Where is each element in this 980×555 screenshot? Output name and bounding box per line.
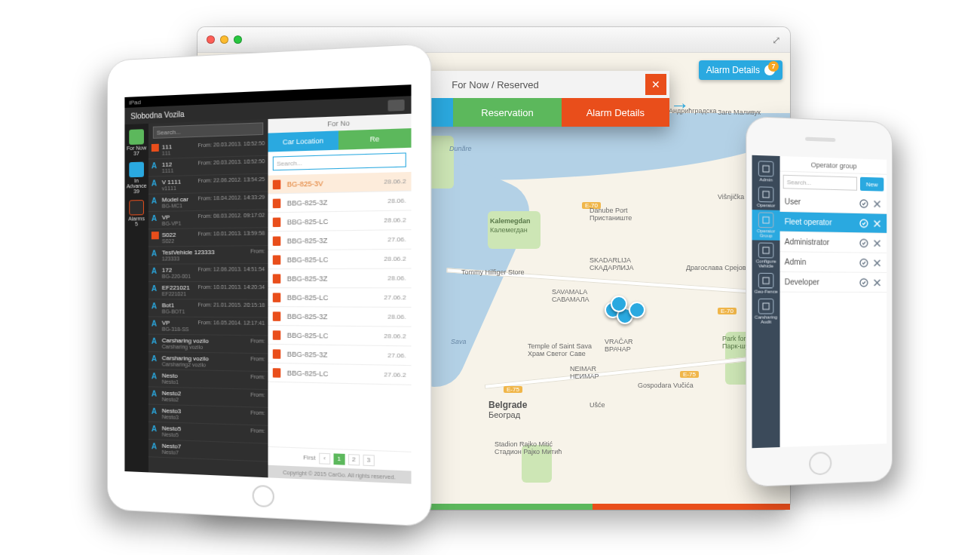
home-button[interactable] (253, 485, 274, 507)
delete-icon[interactable] (872, 277, 883, 287)
operator-group-row[interactable]: Developer (780, 272, 887, 293)
panel-tab-reservation[interactable]: Re (338, 128, 412, 150)
plate-row[interactable]: BBG-825-LC28.06.2 (268, 326, 412, 346)
home-button[interactable] (809, 452, 831, 476)
vehicle-date: From: 10.01.2013. 13:59:58 (198, 230, 265, 236)
plate-row[interactable]: BBG-825-3Z27.06. (268, 230, 412, 250)
car-icon (273, 274, 280, 283)
edit-icon[interactable] (859, 218, 869, 228)
car-icon (273, 368, 280, 378)
map-label: Заге Маливук (718, 109, 761, 116)
map-pin[interactable] (611, 296, 627, 312)
plate-row[interactable]: BBG-825-3Z28.06. (268, 192, 412, 213)
map-label: Пристаниште (590, 214, 632, 222)
delete-icon[interactable] (872, 257, 883, 268)
vehicle-sub: S022 (162, 238, 176, 244)
plate-text: BBG-825-3Z (287, 236, 328, 244)
sidenav-for-now[interactable]: For Now 37 (124, 127, 148, 158)
vehicle-date: From: (250, 409, 265, 415)
operator-group-row[interactable]: Fleet operator (780, 212, 887, 234)
panel-search-input[interactable]: Search... (273, 152, 406, 170)
operator-group-row[interactable]: Admin (780, 252, 887, 273)
pager-first[interactable]: First (303, 454, 316, 461)
vehicle-row[interactable]: AModel carBG-MC1From: 18.04.2012. 14:33:… (149, 192, 268, 212)
pager-prev[interactable]: ‹ (319, 452, 330, 464)
plate-row[interactable]: BBG-825-LC28.06.2 (268, 250, 412, 269)
available-icon: A (152, 197, 159, 204)
modal-close-button[interactable]: ✕ (645, 74, 666, 95)
available-icon: A (152, 214, 159, 222)
edit-icon[interactable] (859, 277, 869, 287)
sidenav-in-advance[interactable]: In Advance 39 (124, 159, 148, 196)
phone-nav-item[interactable]: Geo-Fence (752, 271, 780, 296)
vehicle-name: 111 (162, 143, 172, 151)
vehicle-name: VP (162, 214, 170, 221)
edit-icon[interactable] (859, 198, 869, 208)
vehicle-row[interactable]: A172BG-220-001From: 12.06.2013. 14:51:54 (149, 264, 268, 282)
car-icon (273, 293, 280, 302)
phone-nav-item[interactable]: Carsharing Audit (752, 296, 780, 327)
plate-row[interactable]: BG-825-3V28.06.2 (268, 172, 412, 195)
pager-page[interactable]: 2 (348, 454, 360, 465)
expand-icon[interactable]: ⤢ (772, 34, 781, 46)
vehicle-row[interactable]: AV 1111v1111From: 22.06.2012. 13:54:25 (149, 174, 268, 195)
plate-row[interactable]: BBG-825-3Z28.06. (268, 307, 412, 327)
phone-nav-item[interactable]: Operator Group (752, 210, 780, 241)
map-label: NEIMAR (570, 365, 596, 373)
sidenav-alarms[interactable]: Alarms 5 (124, 198, 148, 229)
minimize-dot[interactable] (220, 35, 228, 44)
plate-row[interactable]: BBG-825-LC27.06.2 (268, 363, 412, 385)
vehicle-sub: BG-220-001 (162, 274, 191, 279)
tab-reservation[interactable]: Reservation (453, 98, 561, 127)
alarm-details-button[interactable]: Alarm Details 7 (699, 60, 782, 80)
svg-rect-0 (763, 166, 769, 172)
vehicle-sub: 123333 (162, 256, 215, 262)
pager-page[interactable]: 3 (363, 454, 374, 465)
plate-row[interactable]: BBG-825-3Z27.06. (268, 345, 412, 366)
panel-tab-location[interactable]: Car Location (268, 130, 338, 152)
available-icon: A (152, 179, 159, 186)
car-icon (273, 311, 280, 321)
vehicle-name: TestVehicle 123333 (162, 249, 215, 256)
zoom-dot[interactable] (234, 35, 242, 44)
plate-text: BBG-825-3Z (287, 350, 328, 358)
phone-search-input[interactable]: Search... (783, 175, 857, 191)
delete-icon[interactable] (872, 218, 883, 228)
plate-row[interactable]: BBG-825-LC28.06.2 (268, 210, 412, 232)
delete-icon[interactable] (872, 238, 883, 248)
vehicle-name: VP (162, 320, 170, 327)
available-icon: A (152, 161, 159, 169)
operator-group-row[interactable]: User (780, 192, 887, 214)
phone-nav-item[interactable]: Admin (752, 158, 780, 185)
tab-alarm-details[interactable]: Alarm Details (562, 98, 669, 127)
vehicle-row[interactable]: ABot1BG-BOT1From: 21.01.2015. 20:15:18 (149, 299, 268, 317)
edit-icon[interactable] (859, 238, 869, 248)
nav-icon (758, 243, 774, 259)
map-pin[interactable] (629, 302, 645, 318)
pager-page[interactable]: 1 (333, 453, 345, 465)
available-icon: A (152, 302, 159, 309)
operator-group-row[interactable]: Administrator (780, 232, 887, 253)
menu-icon[interactable] (387, 100, 404, 112)
vehicle-row[interactable]: S022S022From: 10.01.2013. 13:59:58 (149, 228, 268, 247)
vehicle-row[interactable]: ANesto7Nesto7 (149, 440, 268, 462)
vehicle-row[interactable]: ATestVehicle 123333123333From: (149, 246, 268, 265)
map-label: Tommy Hilfiger Store (461, 268, 525, 276)
vehicle-date: From: 12.06.2013. 14:51:54 (198, 266, 265, 272)
vehicle-row[interactable]: AEF221021EF221021From: 10.01.2013. 14:20… (149, 282, 268, 300)
vehicle-row[interactable]: ACarsharing voziloCarsharing2 voziloFrom… (149, 352, 268, 372)
delete-icon[interactable] (872, 198, 883, 209)
new-button[interactable]: New (860, 177, 884, 192)
phone-nav-item[interactable]: Configure Vehicle (752, 240, 780, 271)
vehicle-search-input[interactable]: Search... (153, 122, 263, 139)
vehicle-date: From: 08.03.2012. 09:17:02 (198, 213, 265, 219)
plate-row[interactable]: BBG-825-LC27.06.2 (268, 288, 412, 308)
vehicle-row[interactable]: AVPBG-318-SSFrom: 16.05.2014. 12:17:41 (149, 317, 268, 336)
close-dot[interactable] (207, 35, 215, 44)
vehicle-row[interactable]: ACarsharing voziloCarsharing voziloFrom: (149, 335, 268, 354)
vehicle-row[interactable]: AVPBG-VP1From: 08.03.2012. 09:17:02 (149, 210, 268, 229)
plate-row[interactable]: BBG-825-3Z28.06. (268, 269, 412, 289)
edit-icon[interactable] (859, 257, 869, 268)
map-label: НЕИМАР (570, 373, 599, 380)
phone-nav-item[interactable]: Operator (752, 184, 780, 210)
